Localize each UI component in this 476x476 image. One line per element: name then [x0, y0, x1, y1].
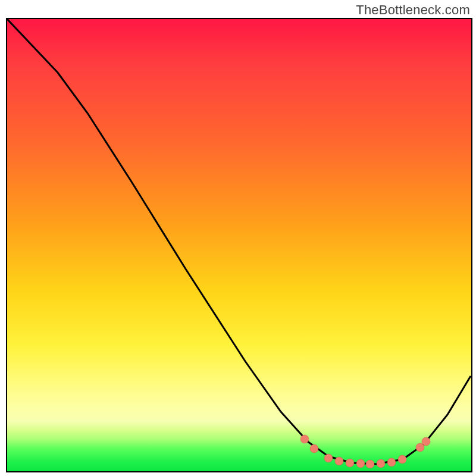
curve-marker — [377, 459, 385, 468]
curve-marker — [310, 444, 318, 453]
curve-layer — [7, 19, 471, 471]
curve-marker — [300, 435, 309, 443]
watermark: TheBottleneck.com — [356, 2, 470, 18]
chart-frame — [6, 18, 472, 472]
curve-marker — [356, 459, 365, 468]
curve-marker — [422, 437, 430, 446]
chart-root: TheBottleneck.com — [0, 0, 476, 476]
bottleneck-curve — [7, 19, 471, 464]
curve-marker — [387, 458, 396, 466]
curve-marker — [346, 459, 354, 467]
curve-marker — [324, 454, 333, 462]
curve-marker — [335, 457, 343, 465]
curve-marker — [366, 460, 374, 468]
curve-marker — [398, 455, 406, 464]
